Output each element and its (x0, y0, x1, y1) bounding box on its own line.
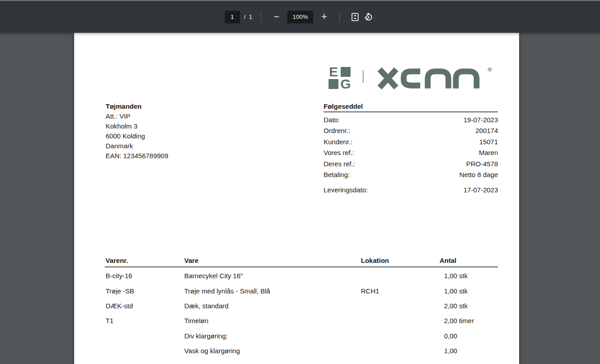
fit-to-page-button[interactable] (348, 10, 362, 24)
field-label: Betaling: (324, 171, 350, 178)
cell-vare: Trøje med lynlås - Small, Blå (183, 287, 360, 295)
header-field-ordrenr: Ordrenr.: 200174 (324, 125, 498, 137)
table-row: Div klargøring: 0,00 (105, 328, 498, 343)
cell-varenr: B-city-16 (105, 272, 183, 280)
column-header-lokation: Lokation (360, 256, 439, 265)
field-value: 19-07-2023 (463, 116, 498, 124)
xena-logo (376, 65, 486, 93)
recipient-attention: Att.: VIP (106, 111, 168, 121)
eg-logo-letter-e: E (329, 67, 338, 77)
cell-varenr: T1 (105, 317, 183, 324)
field-value: 17-07-2023 (463, 186, 498, 194)
cell-lokation: RCH1 (360, 287, 439, 295)
items-table: Varenr. Vare Lokation Antal B-city-16 Ba… (105, 256, 498, 358)
eg-logo-square (341, 67, 351, 77)
rotate-counterclockwise-button[interactable] (362, 10, 375, 24)
recipient-ean: EAN: 123456789909 (106, 151, 168, 161)
cell-varenr: DÆK-std (105, 302, 183, 310)
eg-logo-letter-g: G (340, 79, 351, 89)
cell-antal: 1,00 stk (439, 287, 498, 295)
table-row: Trøje -SB Trøje med lynlås - Small, Blå … (105, 283, 498, 298)
zoom-level-input[interactable]: 100% (287, 11, 313, 23)
eg-logo-square (329, 79, 338, 89)
column-header-vare: Vare (183, 256, 360, 265)
page-separator: / (244, 13, 246, 20)
column-header-varenr: Varenr. (105, 256, 183, 265)
recipient-country: Danmark (106, 141, 168, 151)
table-row: DÆK-std Dæk, standard 2,00 stk (105, 298, 498, 313)
pdf-toolbar: 1 / 1 − 100% + (0, 1, 600, 33)
cell-vare: Timeløn (183, 317, 360, 324)
table-header-row: Varenr. Vare Lokation Antal (105, 256, 498, 267)
eg-logo: E G (328, 67, 351, 89)
cell-vare: Barnecykel City 16" (183, 272, 360, 280)
field-value: Maren (479, 149, 498, 156)
plus-icon: + (321, 12, 327, 22)
cell-antal: 2,00 stk (439, 302, 498, 310)
field-value: PRO-4578 (466, 160, 498, 168)
field-value: Netto 8 dage (459, 171, 498, 178)
document-header: Følgeseddel Dato: 19-07-2023 Ordrenr.: 2… (324, 102, 498, 195)
rotate-counterclockwise-icon (364, 12, 373, 22)
field-label: Dato: (324, 116, 340, 124)
table-row: B-city-16 Barnecykel City 16" 1,00 stk (105, 268, 498, 283)
header-fields: Dato: 19-07-2023 Ordrenr.: 200174 Kunden… (324, 112, 498, 180)
zoom-in-button[interactable]: + (317, 10, 331, 24)
pdf-page: E G ® Tøjmanden Att.: VIP Kokholm 3 (74, 33, 519, 364)
header-field-vores-ref: Vores ref.: Maren (324, 147, 498, 159)
field-label: Leveringsdato: (324, 186, 368, 194)
cell-antal: 0,00 (439, 332, 498, 340)
pdf-viewport[interactable]: E G ® Tøjmanden Att.: VIP Kokholm 3 (0, 33, 600, 364)
table-row: Vask og klargøring 1,00 (105, 343, 498, 358)
page-total: 1 (249, 13, 253, 20)
field-label: Deres ref.: (324, 160, 355, 168)
toolbar-divider (339, 12, 340, 22)
cell-vare: Dæk, standard (183, 302, 360, 310)
header-field-betaling: Betaling: Netto 8 dage (324, 169, 498, 181)
document-title: Følgeseddel (324, 102, 498, 112)
page-number-input[interactable]: 1 (225, 11, 240, 23)
header-field-deres-ref: Deres ref.: PRO-4578 (324, 158, 498, 169)
minus-icon: − (274, 12, 279, 21)
cell-vare: Div klargøring: (183, 332, 360, 340)
header-field-kundenr: Kundenr.: 15071 (324, 136, 498, 147)
field-label: Ordrenr.: (324, 127, 350, 134)
zoom-out-button[interactable]: − (270, 10, 283, 24)
cell-vare: Vask og klargøring (183, 347, 360, 355)
field-label: Vores ref.: (324, 149, 354, 156)
table-body: B-city-16 Barnecykel City 16" 1,00 stk T… (105, 267, 498, 358)
recipient-city: 6000 Kolding (106, 131, 168, 141)
fit-to-page-icon (351, 13, 360, 22)
cell-antal: 2,00 timer (439, 317, 498, 324)
cell-antal: 1,00 (439, 347, 498, 355)
window-top-edge (0, 0, 600, 1)
table-row: T1 Timeløn 2,00 timer (105, 313, 498, 328)
recipient-street: Kokholm 3 (106, 121, 168, 131)
field-label: Kundenr.: (324, 138, 352, 146)
logo-divider (363, 70, 364, 83)
cell-antal: 1,00 stk (439, 272, 498, 280)
toolbar-controls: 1 / 1 − 100% + (225, 10, 375, 24)
recipient-name: Tøjmanden (106, 102, 168, 111)
header-field-leveringsdato: Leveringsdato: 17-07-2023 (324, 184, 498, 195)
registered-trademark-icon: ® (488, 66, 492, 73)
header-field-dato: Dato: 19-07-2023 (324, 114, 498, 125)
toolbar-divider (261, 12, 261, 22)
cell-varenr: Trøje -SB (105, 287, 183, 295)
field-value: 15071 (479, 138, 498, 146)
field-value: 200174 (476, 127, 498, 134)
column-header-antal: Antal (439, 256, 498, 265)
recipient-address: Tøjmanden Att.: VIP Kokholm 3 6000 Koldi… (106, 102, 168, 161)
